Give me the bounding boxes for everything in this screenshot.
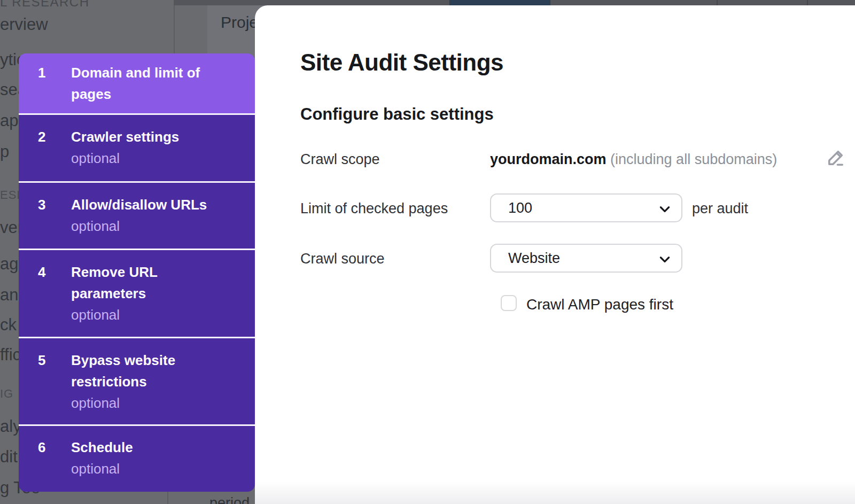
- header-divider: [717, 0, 718, 5]
- header-navy-segment: [449, 0, 550, 5]
- site-audit-settings-modal: Site Audit Settings Configure basic sett…: [255, 5, 855, 504]
- crawl-source-select-value: Website: [508, 250, 560, 267]
- nav-fragment: ffic: [0, 345, 21, 365]
- step-title: Bypass website restrictions: [71, 350, 231, 392]
- crawl-source-label: Crawl source: [300, 251, 385, 267]
- step-title: Remove URL parameters: [71, 261, 231, 304]
- settings-wizard-steps: 1 Domain and limit of pages 2 Crawler se…: [19, 53, 255, 492]
- step-title: Allow/disallow URLs: [71, 194, 231, 215]
- crawl-scope-label: Crawl scope: [300, 151, 380, 168]
- step-number: 6: [19, 437, 71, 492]
- chevron-down-icon: [658, 202, 672, 220]
- nav-fragment: L RESEARCH: [0, 0, 89, 10]
- nav-fragment: ck: [0, 315, 17, 335]
- page-divider: [174, 0, 175, 56]
- limit-select-value: 100: [508, 200, 532, 216]
- section-title: Configure basic settings: [300, 105, 494, 124]
- step-note: optional: [71, 304, 231, 325]
- step-title: Domain and limit of pages: [71, 62, 231, 105]
- crawl-scope-value: yourdomain.com (including all subdomains…: [490, 151, 777, 168]
- crawl-scope-subdomains-note: (including all subdomains): [610, 151, 777, 167]
- nav-fragment: p: [0, 142, 9, 161]
- page-divider: [167, 492, 168, 504]
- step-crawler-settings[interactable]: 2 Crawler settings optional: [19, 115, 255, 183]
- nav-fragment: aly: [0, 417, 21, 436]
- modal-footer-fade: [255, 482, 855, 504]
- nav-fragment: ap: [0, 111, 18, 130]
- limit-label: Limit of checked pages: [300, 200, 448, 217]
- header-divider: [807, 0, 808, 5]
- step-number: 5: [19, 350, 71, 424]
- step-title: Crawler settings: [71, 126, 231, 148]
- step-domain-and-limit[interactable]: 1 Domain and limit of pages: [19, 53, 255, 115]
- step-note: optional: [71, 458, 231, 479]
- step-note: optional: [71, 392, 231, 414]
- step-schedule[interactable]: 6 Schedule optional: [19, 426, 255, 492]
- pencil-icon: [825, 161, 847, 170]
- page-header-strip: [174, 0, 855, 5]
- chevron-down-icon: [658, 252, 672, 270]
- step-allow-disallow-urls[interactable]: 3 Allow/disallow URLs optional: [19, 183, 255, 250]
- per-audit-suffix: per audit: [692, 200, 748, 217]
- limit-select[interactable]: 100: [490, 193, 682, 222]
- nav-fragment: IG: [0, 387, 13, 401]
- page-text-fragment: period: [209, 495, 250, 504]
- nav-fragment: dit: [0, 447, 18, 467]
- step-title: Schedule: [71, 437, 231, 458]
- edit-crawl-scope-button[interactable]: [825, 146, 847, 169]
- crawl-source-select[interactable]: Website: [490, 244, 682, 273]
- step-number: 4: [19, 261, 71, 337]
- nav-fragment: erview: [0, 15, 48, 34]
- crawl-amp-checkbox-label: Crawl AMP pages first: [526, 296, 673, 313]
- crawl-scope-domain: yourdomain.com: [490, 151, 607, 167]
- step-note: optional: [71, 148, 231, 169]
- step-number: 3: [19, 194, 71, 249]
- crawl-amp-checkbox[interactable]: [501, 295, 517, 311]
- step-number: 1: [19, 62, 71, 113]
- step-note: optional: [71, 215, 231, 237]
- modal-title: Site Audit Settings: [300, 49, 503, 76]
- step-number: 2: [19, 126, 71, 181]
- step-remove-url-parameters[interactable]: 4 Remove URL parameters optional: [19, 250, 255, 338]
- step-bypass-website-restrictions[interactable]: 5 Bypass website restrictions optional: [19, 338, 255, 426]
